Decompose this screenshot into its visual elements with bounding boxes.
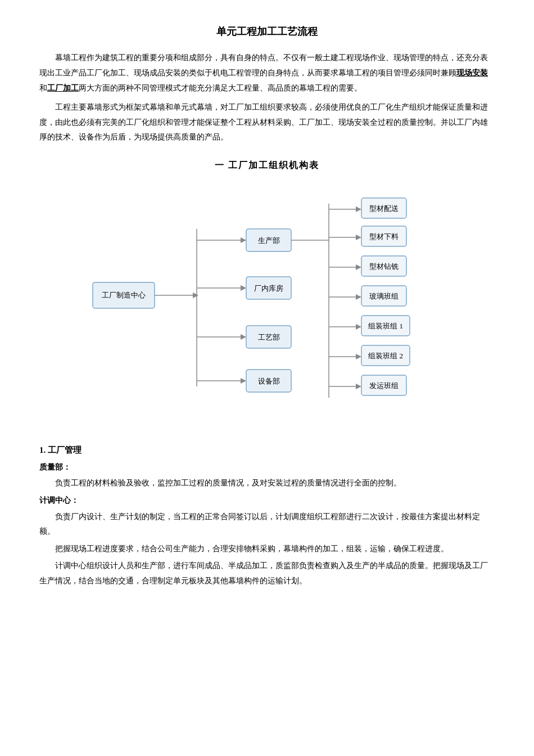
svg-text:组装班组  1: 组装班组 1 [368,322,403,330]
svg-text:型材钻铣: 型材钻铣 [369,262,399,271]
svg-marker-32 [356,264,361,270]
dispatch-text-2: 把握现场工程进度要求，结合公司生产能力，合理安排物料采购，幕墙构件的加工，组装，… [39,542,495,557]
quality-text: 负责工程的材料检验及验收，监控加工过程的质量情况，及对安装过程的质量情况进行全面… [39,476,495,491]
svg-marker-44 [356,354,361,359]
svg-text:玻璃班组: 玻璃班组 [369,292,399,300]
svg-text:厂内库房: 厂内库房 [254,284,283,292]
svg-text:工厂制造中心: 工厂制造中心 [102,291,146,299]
svg-marker-3 [193,292,198,298]
svg-marker-6 [241,237,246,243]
org-chart-title: 一 工厂加工组织机构表 [39,158,495,174]
dispatch-text-1: 负责厂内设计、生产计划的制定，当工程的正常合同签订以后，计划调度组织工程部进行二… [39,510,495,539]
dispatch-heading: 计调中心： [39,493,495,508]
section1-heading: 1. 工厂管理 [39,443,495,458]
org-chart: 工厂制造中心 生产部 厂内库房 工艺部 设备部 [39,184,495,420]
bold-text-2: 工厂加工 [47,84,79,92]
dispatch-text-3: 计调中心组织设计人员和生产部，进行车间成品、半成品加工，质监部负责检查购入及生产… [39,559,495,588]
org-chart-svg: 工厂制造中心 生产部 厂内库房 工艺部 设备部 [76,184,458,420]
intro-paragraph-2: 工程主要幕墙形式为框架式幕墙和单元式幕墙，对工厂加工组织要求较高，必须使用优良的… [39,100,495,145]
svg-text:工艺部: 工艺部 [258,333,280,341]
svg-text:组装班组  2: 组装班组 2 [368,352,403,360]
svg-text:型材下料: 型材下料 [369,232,399,241]
svg-marker-48 [356,384,361,389]
svg-text:设备部: 设备部 [258,377,280,385]
bold-text-1: 现场安装 [456,69,488,77]
quality-heading: 质量部： [39,460,495,475]
svg-marker-14 [241,334,246,340]
svg-marker-28 [356,235,361,240]
svg-text:型材配送: 型材配送 [369,204,399,213]
svg-marker-36 [356,294,361,300]
page-title: 单元工程加工工艺流程 [39,22,495,40]
svg-marker-10 [241,285,246,291]
svg-marker-24 [356,206,361,212]
svg-marker-18 [241,378,246,384]
svg-marker-40 [356,324,361,330]
svg-text:发运班组: 发运班组 [369,381,399,390]
svg-text:生产部: 生产部 [258,236,280,245]
intro-paragraph-1: 幕墙工程作为建筑工程的重要分项和组成部分，具有自身的特点。不仅有一般土建工程现场… [39,51,495,96]
